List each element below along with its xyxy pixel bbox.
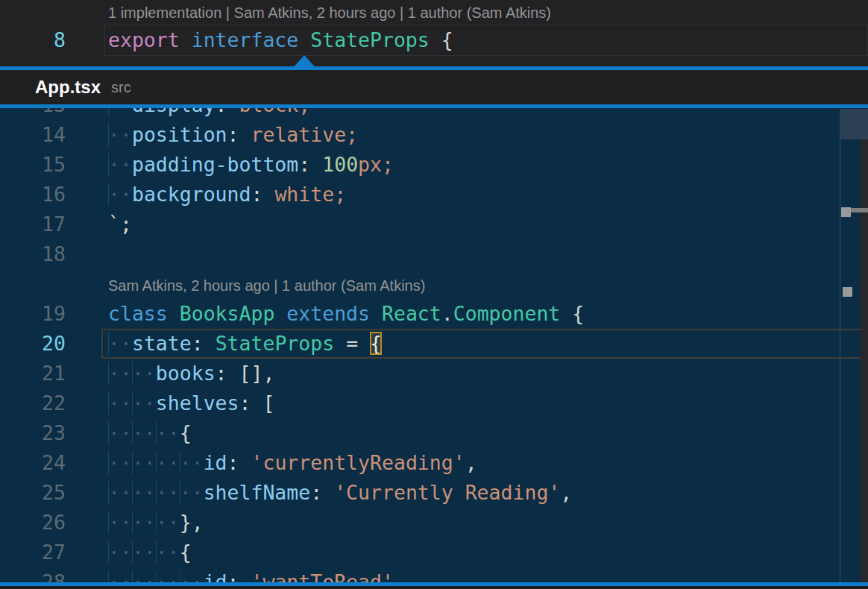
code-token: : [], xyxy=(216,362,275,385)
code-token: position xyxy=(132,123,227,146)
code-token: `; xyxy=(108,212,132,236)
code-line-20[interactable]: 20··state: StateProps = { xyxy=(0,329,868,359)
line-number[interactable]: 25 xyxy=(0,478,66,508)
whitespace-dots: ······ xyxy=(108,421,180,444)
code-token: { xyxy=(441,28,453,51)
line-number[interactable]: 27 xyxy=(0,538,66,567)
code-token: }, xyxy=(180,511,204,534)
whitespace-dots: ········ xyxy=(108,570,204,582)
line-number[interactable]: 15 xyxy=(0,150,66,180)
editor-background xyxy=(0,586,868,589)
peek-file-name: App.tsx xyxy=(35,77,101,98)
code-line-19[interactable]: 19class BooksApp extends React.Component… xyxy=(0,299,868,329)
codelens-implementations-link[interactable]: 1 implementation | Sam Atkins, 2 hours a… xyxy=(108,0,551,25)
overview-ruler-marker xyxy=(851,208,868,212)
line-number[interactable]: 14 xyxy=(0,120,66,150)
code-token: { xyxy=(180,541,192,564)
code-token: padding-bottom xyxy=(132,153,298,176)
code-line-27[interactable]: 27······{ xyxy=(0,538,868,567)
code-token: 'wantToRead' xyxy=(251,570,393,582)
code-token: : xyxy=(310,481,334,504)
peek-title-bar[interactable]: App.tsx src xyxy=(0,70,868,104)
peek-code-lines: 13··display: block;14··position: relativ… xyxy=(0,108,868,582)
line-number[interactable]: 23 xyxy=(0,418,66,448)
code-token: interface xyxy=(192,28,311,51)
code-token: white; xyxy=(274,183,346,206)
code-token: block; xyxy=(239,108,311,116)
line-number[interactable]: 28 xyxy=(0,567,66,582)
code-text[interactable]: export interface StateProps { xyxy=(108,25,453,56)
codelens-authors-link[interactable]: Sam Atkins, 2 hours ago | 1 author (Sam … xyxy=(0,269,868,299)
code-token: display xyxy=(132,108,216,116)
code-token: { xyxy=(180,421,192,444)
code-token: 'currentlyReading' xyxy=(251,451,465,474)
code-token: : xyxy=(227,570,251,582)
code-line-15[interactable]: 15··padding-bottom: 100px; xyxy=(0,150,868,180)
code-token: background xyxy=(132,183,251,206)
whitespace-dots: ········ xyxy=(108,481,204,504)
peek-scrollbar-thumb[interactable] xyxy=(840,109,868,139)
code-token: { xyxy=(572,302,584,325)
line-number[interactable]: 26 xyxy=(0,508,66,538)
code-token: 100 xyxy=(322,153,358,176)
code-line-16[interactable]: 16··background: white; xyxy=(0,180,868,210)
code-token: relative; xyxy=(251,123,358,146)
code-token: extends xyxy=(286,302,382,325)
line-number[interactable]: 21 xyxy=(0,359,66,388)
whitespace-dots: ···· xyxy=(108,362,156,385)
code-token: , xyxy=(465,451,477,474)
peek-anchor-arrow xyxy=(291,55,318,70)
whitespace-dots: ·· xyxy=(108,183,132,206)
whitespace-dots: ·· xyxy=(108,123,132,146)
code-token: id xyxy=(204,570,227,582)
code-token: books xyxy=(156,362,216,385)
code-line-22[interactable]: 22····shelves: [ xyxy=(0,388,868,418)
code-token: px; xyxy=(358,153,394,176)
whitespace-dots: ······ xyxy=(108,511,180,534)
code-token: : xyxy=(251,183,274,206)
code-token: : xyxy=(227,123,251,146)
code-line-13[interactable]: 13··display: block; xyxy=(0,108,868,120)
code-line-14[interactable]: 14··position: relative; xyxy=(0,120,868,150)
code-line-8[interactable]: 8 export interface StateProps { xyxy=(0,25,868,56)
code-token: , xyxy=(560,481,572,504)
code-token: Component xyxy=(453,302,573,325)
code-token: shelfName xyxy=(204,481,311,504)
line-number[interactable]: 8 xyxy=(0,25,66,56)
code-token: . xyxy=(441,302,453,325)
code-line-17[interactable]: 17`; xyxy=(0,210,868,239)
whitespace-dots: ·· xyxy=(108,108,132,116)
overview-ruler-edge xyxy=(840,108,840,582)
code-token: StateProps xyxy=(310,28,441,51)
line-number[interactable]: 20 xyxy=(0,329,66,359)
line-number[interactable]: 19 xyxy=(0,299,66,329)
peek-file-path: src xyxy=(111,79,131,96)
code-line-26[interactable]: 26······}, xyxy=(0,508,868,538)
line-number[interactable]: 17 xyxy=(0,210,66,239)
code-token: shelves xyxy=(156,391,239,415)
code-line-21[interactable]: 21····books: [], xyxy=(0,359,868,388)
line-number[interactable]: 22 xyxy=(0,388,66,418)
code-line-28[interactable]: 28········id: 'wantToRead' xyxy=(0,567,868,582)
whitespace-dots: ········ xyxy=(108,451,204,474)
line-number[interactable]: 16 xyxy=(0,180,66,210)
code-line-23[interactable]: 23······{ xyxy=(0,418,868,448)
overview-ruler-marker xyxy=(843,287,852,297)
whitespace-dots: ···· xyxy=(108,391,156,415)
code-token: export xyxy=(108,28,192,51)
whitespace-dots: ·· xyxy=(108,153,132,176)
current-line-border xyxy=(101,329,868,359)
code-line-24[interactable]: 24········id: 'currentlyReading', xyxy=(0,448,868,478)
line-number[interactable]: 18 xyxy=(0,239,66,269)
main-editor[interactable]: 1 implementation | Sam Atkins, 2 hours a… xyxy=(0,0,868,66)
code-token: : xyxy=(298,153,322,176)
line-number[interactable]: 13 xyxy=(0,108,66,120)
peek-editor[interactable]: 13··display: block;14··position: relativ… xyxy=(0,108,868,582)
code-token: : xyxy=(216,108,239,116)
code-line-25[interactable]: 25········shelfName: 'Currently Reading'… xyxy=(0,478,868,508)
line-number[interactable]: 24 xyxy=(0,448,66,478)
code-token: id xyxy=(204,451,227,474)
editor-scrollbar-track[interactable] xyxy=(861,139,868,582)
code-line-18[interactable]: 18 xyxy=(0,239,868,269)
code-token: class xyxy=(108,302,180,325)
